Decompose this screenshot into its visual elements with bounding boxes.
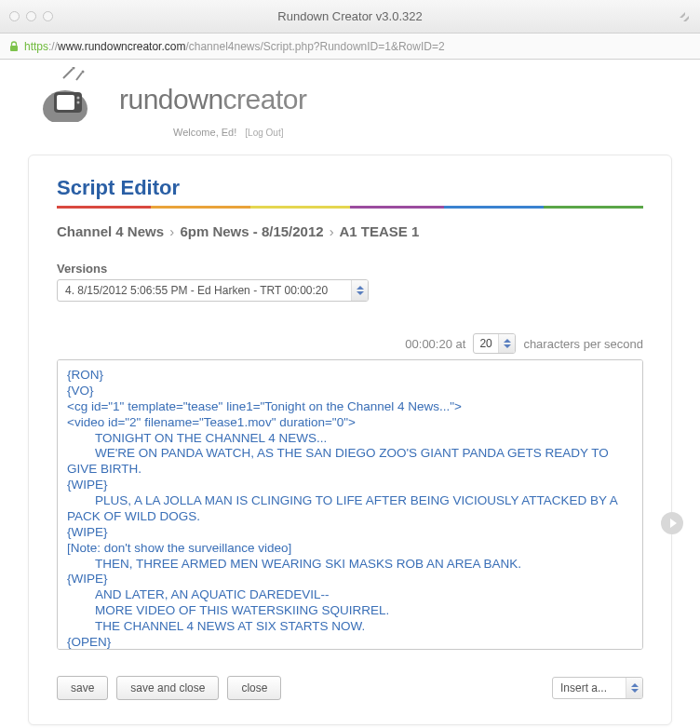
fullscreen-icon[interactable] — [678, 10, 691, 23]
url-sep: :// — [48, 40, 58, 53]
rate-suffix: characters per second — [523, 337, 643, 351]
rate-row: 00:00:20 at 20 characters per second — [57, 333, 643, 354]
close-button[interactable]: close — [227, 676, 281, 700]
trt-text: 00:00:20 at — [405, 337, 465, 351]
traffic-lights — [9, 11, 53, 21]
versions-selected: 4. 8/15/2012 5:06:55 PM - Ed Harken - TR… — [57, 279, 369, 302]
welcome-text: Welcome, Ed! — [173, 127, 236, 138]
url-path: /channel4news/Script.php?RundownID=1&Row… — [185, 40, 444, 53]
divider — [57, 206, 643, 209]
button-row: save save and close close Insert a... — [57, 676, 643, 700]
svg-point-2 — [82, 71, 85, 74]
close-window-button[interactable] — [9, 11, 20, 21]
logo-icon — [26, 67, 108, 132]
svg-point-5 — [77, 97, 80, 100]
logout-link[interactable]: [Log Out] — [245, 128, 283, 138]
breadcrumb-sep-2: › — [330, 223, 334, 239]
zoom-window-button[interactable] — [43, 11, 53, 21]
welcome-row: Welcome, Ed! [Log Out] — [15, 127, 685, 138]
script-textarea[interactable] — [57, 359, 643, 650]
chevron-updown-icon — [498, 334, 515, 353]
logo-row: rundowncreator — [15, 65, 685, 136]
breadcrumb-b[interactable]: 6pm News - 8/15/2012 — [180, 223, 323, 239]
next-arrow-button[interactable] — [661, 512, 683, 534]
window-titlebar: Rundown Creator v3.0.322 — [0, 0, 700, 34]
url-domain: www.rundowncreator.com — [58, 40, 185, 53]
save-and-close-button[interactable]: save and close — [116, 676, 219, 700]
versions-select[interactable]: 4. 8/15/2012 5:06:55 PM - Ed Harken - TR… — [57, 279, 369, 302]
logo-text: rundowncreator — [119, 84, 306, 115]
lock-icon — [9, 41, 19, 52]
page-title: Script Editor — [57, 176, 643, 200]
chevron-updown-icon — [626, 678, 642, 698]
versions-label: Versions — [57, 262, 643, 276]
breadcrumb-c[interactable]: A1 TEASE 1 — [339, 223, 419, 239]
window-title: Rundown Creator v3.0.322 — [0, 9, 700, 23]
minimize-window-button[interactable] — [26, 11, 36, 21]
breadcrumb: Channel 4 News › 6pm News - 8/15/2012 › … — [57, 223, 643, 239]
breadcrumb-sep-1: › — [169, 223, 174, 239]
svg-point-6 — [77, 101, 80, 104]
chevron-updown-icon — [351, 280, 368, 301]
svg-rect-0 — [10, 46, 18, 51]
logo-word-1: rundown — [119, 84, 223, 115]
rate-select[interactable]: 20 — [473, 333, 516, 354]
url-scheme: https — [24, 40, 48, 53]
save-button[interactable]: save — [57, 676, 108, 700]
breadcrumb-a[interactable]: Channel 4 News — [57, 223, 164, 239]
editor-card: Script Editor Channel 4 News › 6pm News … — [28, 155, 672, 725]
url-bar[interactable]: https://www.rundowncreator.com/channel4n… — [0, 34, 700, 60]
page-body: rundowncreator Welcome, Ed! [Log Out] Sc… — [0, 60, 700, 728]
svg-rect-4 — [57, 95, 74, 110]
logo-word-2: creator — [223, 84, 307, 115]
insert-select[interactable]: Insert a... — [552, 677, 643, 699]
